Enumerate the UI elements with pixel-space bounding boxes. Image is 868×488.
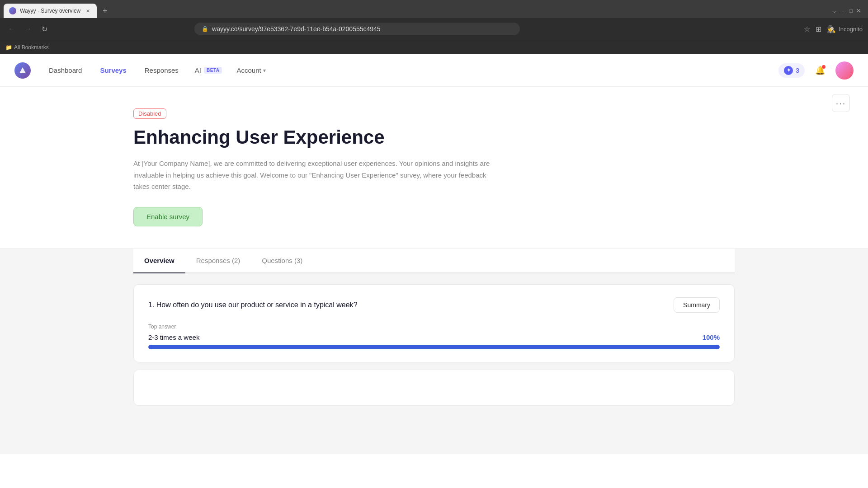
survey-description: At [Your Company Name], we are committed…	[133, 158, 504, 192]
incognito-label: Incognito	[839, 26, 863, 33]
tab-responses-label: Responses (2)	[196, 257, 241, 264]
answer-pct-1: 100%	[703, 333, 720, 341]
browser-chrome: Wayyy - Survey overview ✕ + ⌄ — □ ✕ ← → …	[0, 0, 868, 54]
beta-badge: BETA	[204, 67, 222, 74]
maximize-icon[interactable]: □	[849, 8, 853, 14]
question-card-1: 1. How often do you use our product or s…	[133, 284, 735, 362]
address-bar[interactable]: 🔒 wayyy.co/survey/97e53362-7e9d-11ee-b54…	[194, 23, 520, 35]
new-tab-button[interactable]: +	[99, 5, 111, 17]
survey-title: Enhancing User Experience	[133, 126, 735, 149]
logo-shape	[14, 62, 31, 79]
summary-button-1[interactable]: Summary	[674, 297, 720, 313]
toolbar-right: ☆ ⊞ 🕵 Incognito	[804, 25, 863, 33]
nav-right: ✦ 3 🔔	[778, 61, 854, 80]
nav-ai-label: AI	[195, 66, 201, 74]
all-bookmarks-folder[interactable]: 📁 All Bookmarks	[5, 44, 49, 51]
navbar: Dashboard Surveys Responses AI BETA Acco…	[0, 54, 868, 87]
nav-dashboard[interactable]: Dashboard	[42, 63, 89, 78]
question-text-1: 1. How often do you use our product or s…	[148, 301, 357, 309]
user-avatar[interactable]	[835, 61, 854, 80]
bookmark-star-icon[interactable]: ☆	[804, 25, 810, 33]
more-options-icon: ···	[836, 98, 846, 108]
browser-tab[interactable]: Wayyy - Survey overview ✕	[4, 4, 97, 18]
back-button[interactable]: ←	[5, 23, 18, 35]
incognito-badge: 🕵 Incognito	[827, 25, 863, 33]
tab-bar: Wayyy - Survey overview ✕ + ⌄ — □ ✕	[0, 0, 868, 18]
close-window-icon[interactable]: ✕	[856, 8, 861, 14]
top-answer-label: Top answer	[148, 324, 720, 330]
credits-badge[interactable]: ✦ 3	[778, 63, 805, 78]
app-container: Dashboard Surveys Responses AI BETA Acco…	[0, 54, 868, 488]
content-area: 1. How often do you use our product or s…	[0, 273, 868, 454]
credits-count: 3	[796, 67, 799, 74]
bookmark-folder-icon: 📁	[5, 44, 12, 51]
tab-questions[interactable]: Questions (3)	[251, 249, 313, 273]
account-chevron-icon: ▾	[263, 67, 266, 74]
app-logo[interactable]	[14, 62, 31, 79]
bookmark-folder-label: All Bookmarks	[14, 44, 49, 51]
forward-button[interactable]: →	[22, 23, 34, 35]
url-text: wayyy.co/survey/97e53362-7e9d-11ee-b54a-…	[212, 25, 513, 33]
question-card-2-partial	[133, 370, 735, 406]
tab-responses[interactable]: Responses (2)	[185, 249, 251, 273]
bookmarks-bar: 📁 All Bookmarks	[0, 40, 868, 54]
status-badge: Disabled	[133, 108, 166, 119]
address-bar-row: ← → ↻ 🔒 wayyy.co/survey/97e53362-7e9d-11…	[0, 18, 868, 40]
survey-header-section: ··· Disabled Enhancing User Experience A…	[0, 87, 868, 249]
tab-collapse-icon[interactable]: ⌄	[832, 8, 837, 14]
nav-account[interactable]: Account ▾	[231, 63, 271, 78]
tabs-section: Overview Responses (2) Questions (3)	[0, 249, 868, 273]
nav-surveys[interactable]: Surveys	[93, 63, 133, 78]
progress-bar-bg-1	[148, 345, 720, 349]
more-options-button[interactable]: ···	[832, 94, 850, 112]
reload-button[interactable]: ↻	[38, 23, 51, 35]
minimize-icon[interactable]: —	[840, 8, 846, 14]
tab-title: Wayyy - Survey overview	[20, 8, 80, 14]
notification-dot	[822, 65, 826, 69]
tab-overview[interactable]: Overview	[133, 249, 185, 273]
question-number-1: 1.	[148, 301, 156, 309]
extension-icon[interactable]: ⊞	[816, 25, 821, 33]
nav-ai[interactable]: AI BETA	[189, 63, 228, 78]
tab-close-button[interactable]: ✕	[84, 7, 91, 14]
question-header-1: 1. How often do you use our product or s…	[148, 297, 720, 313]
tab-right-controls: ⌄ — □ ✕	[832, 8, 864, 14]
tab-questions-label: Questions (3)	[262, 257, 302, 264]
progress-bar-fill-1	[148, 345, 720, 349]
enable-survey-button[interactable]: Enable survey	[133, 207, 203, 226]
notifications-button[interactable]: 🔔	[812, 62, 828, 79]
tab-favicon	[9, 7, 16, 14]
credits-icon: ✦	[784, 66, 793, 75]
answer-text-1: 2-3 times a week	[148, 333, 199, 341]
incognito-icon: 🕵	[827, 25, 836, 33]
account-label: Account	[236, 66, 261, 74]
ssl-lock-icon: 🔒	[202, 26, 208, 32]
tab-overview-label: Overview	[144, 257, 175, 264]
tabs-row: Overview Responses (2) Questions (3)	[133, 249, 735, 273]
nav-responses[interactable]: Responses	[137, 63, 186, 78]
answer-row-1: 2-3 times a week 100%	[148, 333, 720, 341]
